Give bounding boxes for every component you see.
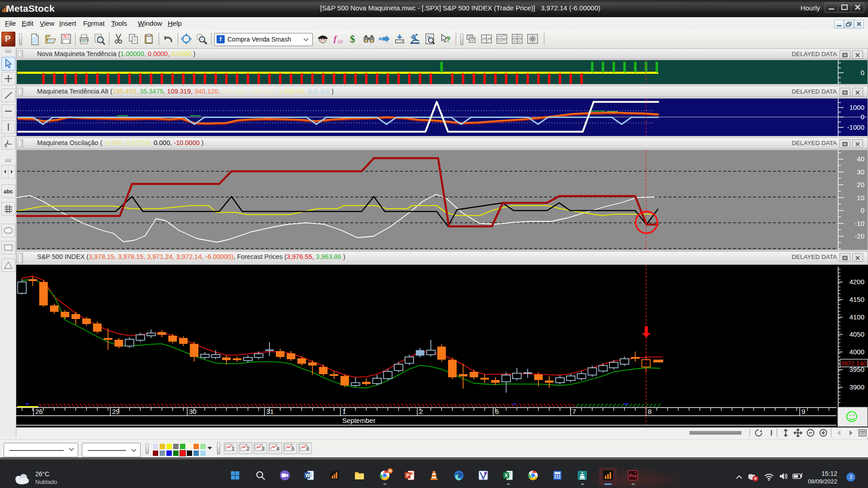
svg-text:4150: 4150 [849, 296, 864, 303]
svg-text:29: 29 [112, 408, 120, 415]
svg-text:4200: 4200 [849, 278, 864, 286]
svg-text:?: ? [446, 35, 450, 44]
svg-text:W: W [306, 473, 311, 478]
svg-text:4100: 4100 [849, 313, 864, 321]
svg-text:7: 7 [572, 408, 576, 415]
svg-text:8: 8 [648, 408, 651, 415]
svg-text:30: 30 [189, 408, 197, 415]
svg-text:26: 26 [35, 408, 43, 415]
svg-text:abc: abc [4, 188, 13, 195]
svg-text:4050: 4050 [849, 330, 864, 338]
svg-text:2: 2 [419, 408, 423, 415]
svg-text:Pro: Pro [629, 474, 637, 479]
svg-text:30: 30 [857, 168, 864, 176]
svg-text:0: 0 [861, 206, 864, 214]
svg-text:1000: 1000 [849, 103, 864, 111]
svg-text:-20: -20 [854, 232, 864, 240]
svg-text:-10: -10 [854, 220, 864, 227]
svg-text:-1000: -1000 [847, 123, 864, 131]
svg-text:3: 3 [262, 446, 264, 451]
svg-text:S: S [5, 144, 7, 148]
svg-text:$: $ [350, 33, 355, 45]
svg-text:4: 4 [277, 446, 279, 451]
svg-text:3972.140: 3972.140 [841, 360, 866, 367]
svg-text:31: 31 [266, 408, 274, 415]
svg-text:X: X [505, 473, 508, 478]
svg-text:f: f [334, 34, 337, 43]
svg-text:0: 0 [861, 69, 864, 76]
svg-text:5: 5 [292, 446, 294, 451]
svg-text:20: 20 [857, 181, 864, 188]
svg-text:10: 10 [857, 194, 864, 202]
svg-text:4000: 4000 [849, 348, 864, 356]
svg-text:6: 6 [495, 408, 499, 415]
svg-text:9: 9 [802, 408, 805, 415]
svg-text:1: 1 [342, 408, 346, 415]
svg-text:0: 0 [861, 113, 864, 121]
svg-text:2: 2 [247, 446, 250, 451]
svg-text:September: September [342, 417, 375, 424]
svg-text:6: 6 [307, 446, 309, 451]
svg-text:40: 40 [857, 155, 864, 163]
svg-text:3900: 3900 [849, 383, 864, 391]
svg-text:(x): (x) [338, 39, 343, 44]
svg-text:P: P [406, 473, 410, 478]
svg-text:1: 1 [232, 446, 235, 451]
